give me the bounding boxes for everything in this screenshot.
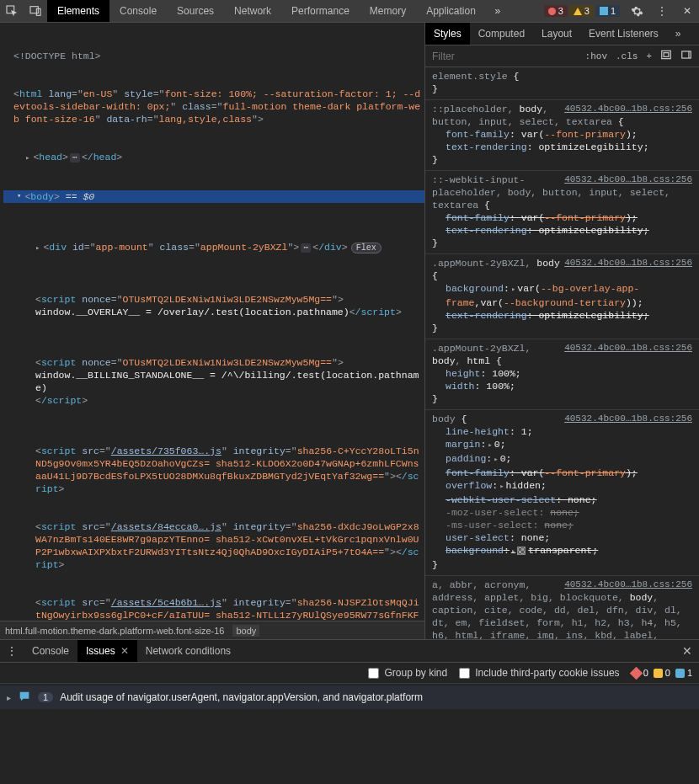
tab-network[interactable]: Network <box>224 0 281 22</box>
rule-webkit-placeholder[interactable]: 40532.4bc00…1b8.css:256 ::-webkit-input-… <box>425 171 699 254</box>
rule-element-style[interactable]: element.style {} <box>425 67 699 100</box>
collapsed-icon[interactable]: ⋯ <box>70 153 80 163</box>
close-drawer-icon[interactable]: ✕ <box>682 644 692 658</box>
warning-triangle-icon <box>574 8 582 15</box>
warning-count: 3 <box>584 6 590 16</box>
body-node-selected[interactable]: <body> == $0 <box>3 190 424 203</box>
svg-rect-5 <box>682 51 691 58</box>
breadcrumb-html[interactable]: html.full-motion.theme-dark.platform-web… <box>5 626 224 636</box>
hov-toggle[interactable]: :hov <box>582 50 611 63</box>
drawer-tab-console[interactable]: Console <box>24 640 77 662</box>
styles-filter-row: :hov .cls + <box>425 45 699 67</box>
styles-tab-computed[interactable]: Computed <box>470 23 533 45</box>
svg-rect-3 <box>662 51 671 58</box>
speech-bubble-icon <box>18 690 31 706</box>
svg-rect-1 <box>30 7 38 13</box>
css-rules-list[interactable]: element.style {} 40532.4bc00…1b8.css:256… <box>425 67 699 639</box>
issue-counts: 0 0 1 <box>632 668 692 678</box>
inspect-icon[interactable] <box>0 0 24 22</box>
kebab-menu-icon[interactable]: ⋮ <box>650 0 674 22</box>
drawer-tab-issues[interactable]: Issues✕ <box>77 640 137 662</box>
issues-warn-count[interactable]: 0 <box>654 668 670 678</box>
doctype-node[interactable]: <!DOCTYPE html> <box>13 51 101 61</box>
expand-arrow-icon[interactable]: ▸ <box>494 456 498 464</box>
elements-tree-panel: <!DOCTYPE html> <html lang="en-US" style… <box>0 23 424 639</box>
expand-arrow-icon[interactable]: ▸ <box>499 483 504 491</box>
more-tabs-icon[interactable]: » <box>486 0 510 22</box>
source-link[interactable]: 40532.4bc00…1b8.css:256 <box>564 103 692 115</box>
rule-reset[interactable]: 40532.4bc00…1b8.css:256 a, abbr, acronym… <box>425 576 699 639</box>
svg-rect-4 <box>664 53 669 57</box>
script-overlay-node[interactable]: <script nonce="OTUsMTQ2LDExNiw1Niw3LDE2N… <box>3 293 424 318</box>
close-tab-icon[interactable]: ✕ <box>120 645 129 657</box>
more-styles-tabs-icon[interactable]: » <box>667 23 690 45</box>
dom-tree[interactable]: <!DOCTYPE html> <html lang="en-US" style… <box>0 23 424 639</box>
drawer-tab-network-conditions[interactable]: Network conditions <box>137 640 239 662</box>
styles-tab-layout[interactable]: Layout <box>533 23 580 45</box>
rendering-icon[interactable] <box>677 47 696 65</box>
source-link[interactable]: 40532.4bc00…1b8.css:256 <box>564 413 692 425</box>
rule-appmount-bg[interactable]: 40532.4bc00…1b8.css:256 .appMount-2yBXZl… <box>425 254 699 339</box>
square-blue-icon <box>675 669 685 678</box>
styles-tab-listeners[interactable]: Event Listeners <box>580 23 667 45</box>
expand-arrow-icon[interactable]: ▸ <box>511 285 515 294</box>
html-node[interactable]: <html lang="en-US" style="font-size: 100… <box>3 88 424 125</box>
styles-tab-styles[interactable]: Styles <box>425 23 470 45</box>
tab-sources[interactable]: Sources <box>167 0 224 22</box>
chevron-right-icon: ▸ <box>7 693 11 702</box>
tab-console[interactable]: Console <box>109 0 167 22</box>
issues-toolbar: Group by kind Include third-party cookie… <box>0 663 699 684</box>
script-billing-node[interactable]: <script nonce="OTUsMTQ2LDExNiw1Niw3LDE2N… <box>3 356 424 407</box>
tab-elements[interactable]: Elements <box>47 0 109 22</box>
expand-arrow-icon[interactable]: ▸ <box>488 441 492 450</box>
device-toggle-icon[interactable] <box>24 0 47 22</box>
issue-row[interactable]: ▸ 1 Audit usage of navigator.userAgent, … <box>0 685 699 709</box>
source-link[interactable]: 40532.4bc00…1b8.css:256 <box>564 579 692 591</box>
issue-count-badge: 1 <box>38 692 53 702</box>
rule-appmount-hw[interactable]: 40532.4bc00…1b8.css:256 .appMount-2yBXZl… <box>425 339 699 410</box>
rule-placeholder-body[interactable]: 40532.4bc00…1b8.css:256 ::placeholder, b… <box>425 100 699 171</box>
source-link[interactable]: 40532.4bc00…1b8.css:256 <box>564 342 692 355</box>
styles-sidebar: Styles Computed Layout Event Listeners »… <box>424 23 699 639</box>
computed-toggle-icon[interactable] <box>657 47 675 65</box>
color-swatch-icon[interactable] <box>517 547 526 555</box>
error-dot-icon <box>548 8 556 15</box>
drawer-tab-strip: ⋮ Console Issues✕ Network conditions ✕ <box>0 640 699 663</box>
warning-badge[interactable]: 3 <box>569 5 594 17</box>
issues-err-count[interactable]: 0 <box>632 668 648 678</box>
script-asset-1[interactable]: <script src="/assets/735f063….js" integr… <box>3 445 424 495</box>
breadcrumb-body[interactable]: body <box>232 625 259 637</box>
third-party-cookie-checkbox[interactable]: Include third-party cookie issues <box>459 667 619 679</box>
rule-body[interactable]: 40532.4bc00…1b8.css:256 body { line-heig… <box>425 410 699 576</box>
info-square-icon <box>600 7 608 15</box>
square-yellow-icon <box>654 669 663 678</box>
source-link[interactable]: 40532.4bc00…1b8.css:256 <box>564 173 692 186</box>
app-mount-node[interactable]: <div id="app-mount" class="appMount-2yBX… <box>3 241 424 255</box>
new-style-rule-icon[interactable]: + <box>643 50 655 63</box>
source-link[interactable]: 40532.4bc00…1b8.css:256 <box>564 257 692 269</box>
close-devtools-icon[interactable]: ✕ <box>675 0 699 22</box>
tab-application[interactable]: Application <box>416 0 486 22</box>
flex-badge[interactable]: Flex <box>351 243 382 253</box>
cls-toggle[interactable]: .cls <box>612 50 641 63</box>
info-count: 1 <box>611 6 616 16</box>
group-by-kind-checkbox[interactable]: Group by kind <box>368 667 447 679</box>
head-node[interactable]: <head>⋯</head> <box>3 151 424 165</box>
styles-filter-input[interactable] <box>425 51 582 62</box>
info-badge[interactable]: 1 <box>595 5 620 17</box>
tab-memory[interactable]: Memory <box>360 0 416 22</box>
error-count: 3 <box>558 6 563 16</box>
drawer-panel: ⋮ Console Issues✕ Network conditions ✕ G… <box>0 639 699 784</box>
collapsed-icon[interactable]: ⋯ <box>301 243 311 253</box>
issues-info-count[interactable]: 1 <box>675 668 692 678</box>
tab-performance[interactable]: Performance <box>281 0 360 22</box>
main-tab-strip: Elements Console Sources Network Perform… <box>0 0 699 23</box>
error-badge[interactable]: 3 <box>544 5 568 17</box>
octagon-red-icon <box>629 666 643 680</box>
styles-tab-strip: Styles Computed Layout Event Listeners » <box>425 23 699 45</box>
issue-title: Audit usage of navigator.userAgent, navi… <box>60 691 423 703</box>
script-asset-2[interactable]: <script src="/assets/84ecca0….js" integr… <box>3 520 424 571</box>
settings-icon[interactable] <box>625 0 648 22</box>
drawer-menu-icon[interactable]: ⋮ <box>0 640 24 662</box>
dom-breadcrumb: html.full-motion.theme-dark.platform-web… <box>0 621 424 639</box>
